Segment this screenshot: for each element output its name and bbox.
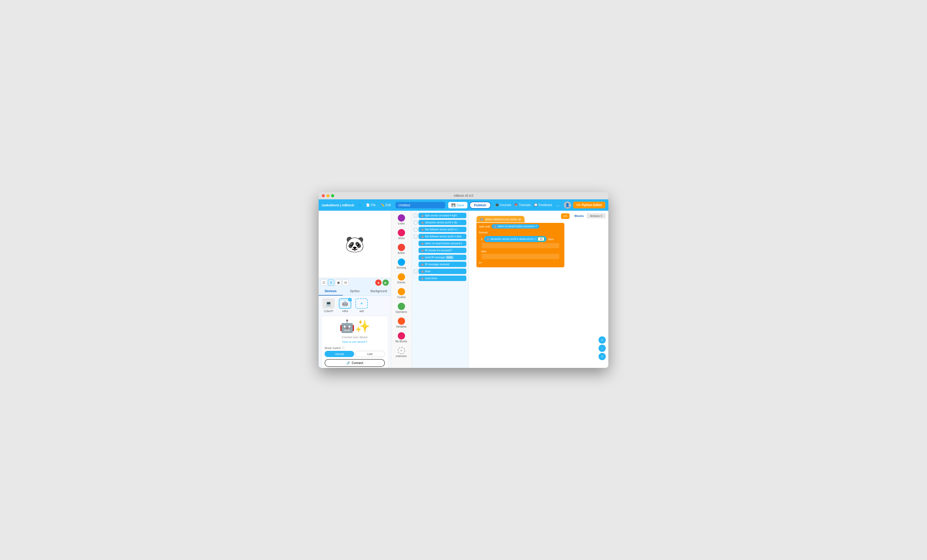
stage-view-3[interactable]: ▣ xyxy=(335,279,342,286)
category-events[interactable]: Events xyxy=(392,272,411,285)
live-button[interactable]: Live xyxy=(355,351,385,357)
stop-icon: ■ xyxy=(378,281,379,284)
tab-blocks[interactable]: Blocks xyxy=(571,213,587,219)
add-device[interactable]: + add xyxy=(354,298,369,313)
block-icon-7 xyxy=(421,256,424,259)
tabs-bar: Devices Sprites Background xyxy=(319,287,391,296)
python-editor-button[interactable]: </> Python Editor xyxy=(573,202,605,208)
robot-icon-if: 🤖 xyxy=(486,238,489,240)
stage-view-1[interactable]: ⊡ xyxy=(321,279,327,286)
then-label: then xyxy=(548,238,553,241)
more-menu[interactable]: ... xyxy=(555,203,561,207)
tutorials-link[interactable]: 📚 Tutorials xyxy=(514,203,531,207)
tab-devices[interactable]: Devices xyxy=(319,287,343,296)
category-control[interactable]: Control xyxy=(392,287,411,300)
category-extension[interactable]: + extension xyxy=(392,345,411,359)
stage-view-4[interactable]: ⊟ xyxy=(342,279,349,286)
block-line1-text: line follower sensor port2 ▾ v xyxy=(425,228,458,231)
maximize-button[interactable] xyxy=(331,194,334,197)
block-light-sensor[interactable]: light sensor on-board ▾ light xyxy=(414,213,467,218)
cyberpi-device[interactable]: 💻 CyberPi xyxy=(321,298,336,313)
python-icon: </> xyxy=(576,203,581,207)
category-sensing[interactable]: Sensing xyxy=(392,257,411,271)
category-show[interactable]: Show xyxy=(392,228,411,241)
canvas-area[interactable]: 🤖 when mBot(mcore) starts up wait until … xyxy=(469,211,608,368)
feedback-link[interactable]: 💬 Feedback xyxy=(534,203,552,207)
wait-cond-text: when on-board button pressed ▾ ? xyxy=(498,225,537,228)
block-check-2[interactable] xyxy=(414,221,418,225)
block-timer-shape: timer xyxy=(418,269,467,274)
wait-condition: 🤖 when on-board button pressed ▾ ? xyxy=(492,224,539,229)
panda-sprite: 🐼 xyxy=(345,234,365,255)
block-check-1[interactable] xyxy=(414,214,418,217)
block-ultrasonic[interactable]: ultrasonic sensor port3 ▾ dis xyxy=(414,220,467,225)
block-ir-recv-text: IR message received xyxy=(425,263,449,266)
main-content: 🐼 ⊡ ⊞ ▣ ⊟ ■ ▶ Devices Sprites Backg xyxy=(319,211,608,368)
zoom-out-button[interactable]: - xyxy=(599,344,606,352)
block-line-follower-2[interactable]: line follower sensor port2 ▾ dete xyxy=(414,234,467,239)
block-ir-remote[interactable]: IR remote A ▾ pressed? xyxy=(414,248,467,253)
edit-menu[interactable]: ✏️ Edit xyxy=(379,202,392,208)
mbot-label: mBot xyxy=(342,310,348,313)
mbot-device[interactable]: 🤖 ✕ mBot xyxy=(338,298,352,313)
show-label: Show xyxy=(398,237,404,240)
play-button[interactable]: ▶ xyxy=(383,279,389,286)
block-timer[interactable]: timer xyxy=(414,269,467,274)
events-label: Events xyxy=(397,281,405,284)
if-block-wrapper: if 🤖 ultrasonic sensor port3 ▾ distance(… xyxy=(479,235,562,259)
category-action[interactable]: Action xyxy=(392,242,411,256)
block-reset-timer[interactable]: reset timer xyxy=(414,276,467,281)
block-check-4[interactable] xyxy=(414,235,418,238)
mode-switch-label: Mode Switch ⓘ xyxy=(325,346,385,350)
tab-background[interactable]: Background xyxy=(367,287,391,296)
avatar[interactable]: 👤 xyxy=(564,202,571,209)
link-icon: 🔗 xyxy=(346,361,350,365)
control-label: Control xyxy=(397,296,405,299)
brand: makeblock | mBlock xyxy=(322,203,354,207)
block-check-9[interactable] xyxy=(414,270,418,273)
how-to-link[interactable]: How to use device? xyxy=(325,340,385,343)
if-block[interactable]: if 🤖 ultrasonic sensor port3 ▾ distance(… xyxy=(479,235,562,243)
zoom-reset-button[interactable]: = xyxy=(599,353,606,360)
connect-section: 🤖✨ Connect your device How to use device… xyxy=(321,316,388,368)
connect-device-text: Connect your device xyxy=(325,335,385,339)
upload-button[interactable]: Upload xyxy=(325,351,354,357)
code-icon-button[interactable]: </> xyxy=(561,213,570,219)
publish-button[interactable]: Publish xyxy=(470,202,491,209)
tab-arduino[interactable]: Arduino C xyxy=(587,213,606,219)
category-my-blocks[interactable]: My Blocks xyxy=(392,331,411,344)
tutorials-icon: 📚 xyxy=(514,203,518,207)
block-line-follower-1[interactable]: line follower sensor port2 ▾ v xyxy=(414,227,467,232)
block-send-ir-text: send IR message hello xyxy=(425,256,453,259)
block-icon-9 xyxy=(421,270,424,273)
forever-block[interactable]: forever xyxy=(476,230,564,235)
category-variables[interactable]: Variables xyxy=(392,316,411,329)
sensor-text: ultrasonic sensor port3 ▾ distance(cm) xyxy=(491,238,534,240)
zoom-in-button[interactable]: + xyxy=(599,336,606,344)
stage-view-2[interactable]: ⊞ xyxy=(328,279,334,286)
block-ir-text: IR remote A ▾ pressed? xyxy=(425,249,452,252)
block-send-ir[interactable]: send IR message hello xyxy=(414,255,467,260)
tab-sprites[interactable]: Sprites xyxy=(343,287,367,296)
hat-block[interactable]: 🤖 when mBot(mcore) starts up xyxy=(476,216,524,222)
wait-block[interactable]: wait until 🤖 when on-board button presse… xyxy=(476,223,564,230)
courses-link[interactable]: 🎓 Courses xyxy=(495,203,511,207)
block-check-3[interactable] xyxy=(414,228,418,231)
block-ir-received[interactable]: IR message received xyxy=(414,262,467,267)
block-icon-5 xyxy=(421,242,424,245)
stop-button[interactable]: ■ xyxy=(375,279,381,286)
minimize-button[interactable] xyxy=(327,194,330,197)
block-icon-6 xyxy=(421,249,424,252)
category-operators[interactable]: Operators xyxy=(392,301,411,315)
value-field[interactable]: 10 xyxy=(538,237,544,241)
if-condition: 🤖 ultrasonic sensor port3 ▾ distance(cm)… xyxy=(484,236,547,242)
close-button[interactable] xyxy=(322,194,325,197)
file-menu[interactable]: 📄 File xyxy=(365,202,377,208)
category-looks[interactable]: Looks xyxy=(392,213,411,226)
project-name-input[interactable] xyxy=(395,202,445,208)
robot-icon-wait: 🤖 xyxy=(494,225,497,228)
block-button[interactable]: when on-board button pressed ▾ xyxy=(414,241,467,246)
else-block[interactable]: else xyxy=(479,249,562,254)
connect-button[interactable]: 🔗 Connect xyxy=(325,359,385,367)
save-button[interactable]: 💾 Save xyxy=(448,202,467,208)
